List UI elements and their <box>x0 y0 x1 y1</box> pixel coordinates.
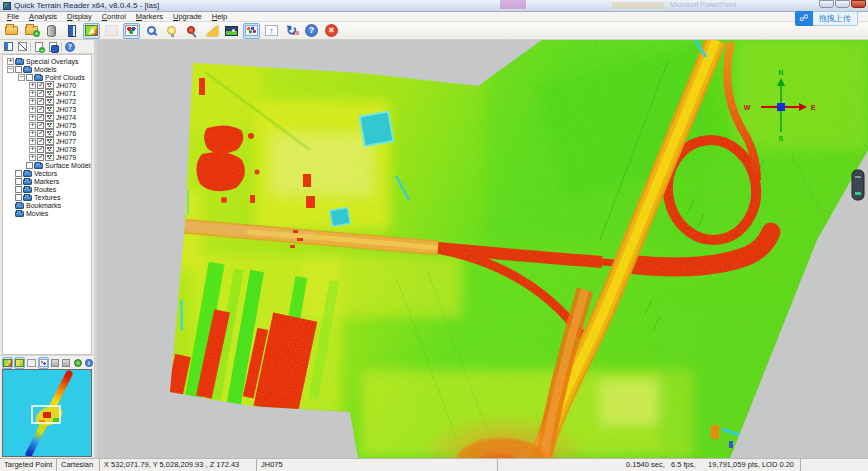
tree-checkbox[interactable] <box>37 90 44 97</box>
layer-panel-button[interactable] <box>2 41 14 53</box>
tree-item-textures[interactable]: Textures <box>3 193 91 201</box>
color-by-elevation-button[interactable] <box>123 23 140 39</box>
stats-panel-button[interactable] <box>16 41 28 53</box>
tree-expander[interactable]: + <box>29 114 36 121</box>
menu-control[interactable]: Control <box>97 12 131 22</box>
tree-item-movies[interactable]: Movies <box>3 209 91 217</box>
tree-expander[interactable]: + <box>29 90 36 97</box>
tree-checkbox[interactable] <box>37 146 44 153</box>
lighting-button[interactable] <box>163 23 180 39</box>
background-window-artifact <box>500 0 526 9</box>
tree-item-jh070[interactable]: +JH070 <box>3 81 91 89</box>
upload-overlay[interactable]: ☍ 拖拽上传 <box>795 11 858 26</box>
sidebar-toolbar: ? <box>0 40 94 54</box>
minimize-button[interactable] <box>819 0 834 8</box>
tree-expander[interactable]: − <box>7 66 14 73</box>
tree-expander[interactable]: + <box>29 106 36 113</box>
folder-icon <box>23 179 32 185</box>
menu-display[interactable]: Display <box>62 12 97 22</box>
profile-button[interactable]: ↑ <box>263 23 280 39</box>
tree-expander[interactable]: + <box>29 122 36 129</box>
tree-checkbox[interactable] <box>37 106 44 113</box>
tree-item-special-overlays[interactable]: +Special Overlays <box>3 57 91 65</box>
terrain-view-button[interactable] <box>83 23 100 39</box>
tree-item-jh073[interactable]: +JH073 <box>3 105 91 113</box>
marker-pin-button[interactable] <box>183 23 200 39</box>
tree-checkbox[interactable] <box>37 114 44 121</box>
tree-checkbox[interactable] <box>15 178 22 185</box>
bookmark-button[interactable] <box>63 23 80 39</box>
tree-checkbox[interactable] <box>37 154 44 161</box>
terrain2-icon <box>15 359 24 367</box>
tree-checkbox[interactable] <box>37 130 44 137</box>
color-points-button[interactable] <box>38 357 49 369</box>
tree-checkbox[interactable] <box>15 194 22 201</box>
menu-help[interactable]: Help <box>207 12 232 22</box>
tree-item-jh077[interactable]: +JH077 <box>3 137 91 145</box>
pan-mode-button[interactable] <box>50 357 60 369</box>
tree-expander[interactable]: + <box>29 138 36 145</box>
tree-expander[interactable]: − <box>18 74 25 81</box>
open-file-button[interactable] <box>3 23 20 39</box>
help-button[interactable]: ? <box>303 23 320 39</box>
tree-item-jh074[interactable]: +JH074 <box>3 113 91 121</box>
tree-item-models[interactable]: −Models <box>3 65 91 73</box>
tree-checkbox[interactable] <box>26 162 33 169</box>
tree-expander[interactable]: + <box>7 58 14 65</box>
menu-upgrade[interactable]: Upgrade <box>168 12 207 22</box>
tree-item-bookmarks[interactable]: Bookmarks <box>3 201 91 209</box>
tree-item-jh078[interactable]: +JH078 <box>3 145 91 153</box>
open-add-button[interactable]: + <box>23 23 40 39</box>
tree-checkbox[interactable] <box>37 138 44 145</box>
select-box-button[interactable] <box>26 357 37 369</box>
exit-button[interactable]: × <box>323 23 340 39</box>
close-button[interactable] <box>851 0 866 8</box>
tree-checkbox[interactable] <box>37 82 44 89</box>
tree-item-jh072[interactable]: +JH072 <box>3 97 91 105</box>
tree-checkbox[interactable] <box>26 74 33 81</box>
tree-checkbox[interactable] <box>37 98 44 105</box>
tree-checkbox[interactable] <box>15 66 22 73</box>
tree-item-point-clouds[interactable]: −Point Clouds <box>3 73 91 81</box>
point-display-button[interactable] <box>243 23 260 39</box>
tree-item-routes[interactable]: Routes <box>3 185 91 193</box>
menu-analysis[interactable]: Analysis <box>24 12 62 22</box>
panel-help-button[interactable]: ? <box>64 41 76 53</box>
z-scale-slider[interactable] <box>852 170 864 200</box>
tree-expander[interactable]: + <box>29 82 36 89</box>
tree-expander[interactable]: + <box>29 146 36 153</box>
nav-terrain-alt-button[interactable] <box>14 357 25 369</box>
measure-button[interactable] <box>203 23 220 39</box>
tree-item-jh075[interactable]: +JH075 <box>3 121 91 129</box>
3d-viewport[interactable]: W E N S <box>97 40 868 458</box>
tree-item-surface-models[interactable]: Surface Models <box>3 161 91 169</box>
refresh-lod-button[interactable]: ↻ <box>283 23 300 39</box>
tree-expander[interactable]: + <box>29 130 36 137</box>
free-memory-button[interactable] <box>43 23 60 39</box>
tree-checkbox[interactable] <box>15 170 22 177</box>
overview-minimap[interactable] <box>2 369 92 457</box>
nav-terrain-button[interactable] <box>2 357 13 369</box>
status-coord-system: Cartesian <box>57 459 100 471</box>
tree-item-jh076[interactable]: +JH076 <box>3 129 91 137</box>
lock-models-button[interactable] <box>47 41 59 53</box>
zoom-mode-button[interactable] <box>61 357 71 369</box>
tree-expander[interactable]: + <box>29 154 36 161</box>
add-model-button[interactable] <box>33 41 45 53</box>
tree-item-jh079[interactable]: +JH079 <box>3 153 91 161</box>
tree-item-jh071[interactable]: +JH071 <box>3 89 91 97</box>
tree-expander[interactable]: + <box>29 98 36 105</box>
tree-checkbox[interactable] <box>15 186 22 193</box>
maximize-button[interactable] <box>835 0 850 8</box>
zoom-extents-button[interactable] <box>143 23 160 39</box>
tree-item-vectors[interactable]: Vectors <box>3 169 91 177</box>
panel-columns-icon <box>4 42 13 51</box>
menu-markers[interactable]: Markers <box>131 12 168 22</box>
info-button[interactable]: i <box>84 357 94 369</box>
refresh-view-button[interactable] <box>73 357 83 369</box>
tree-checkbox[interactable] <box>37 122 44 129</box>
background-window-artifact <box>612 2 664 9</box>
screenshot-button[interactable] <box>223 23 240 39</box>
tree-item-markers[interactable]: Markers <box>3 177 91 185</box>
menu-file[interactable]: File <box>2 12 24 22</box>
